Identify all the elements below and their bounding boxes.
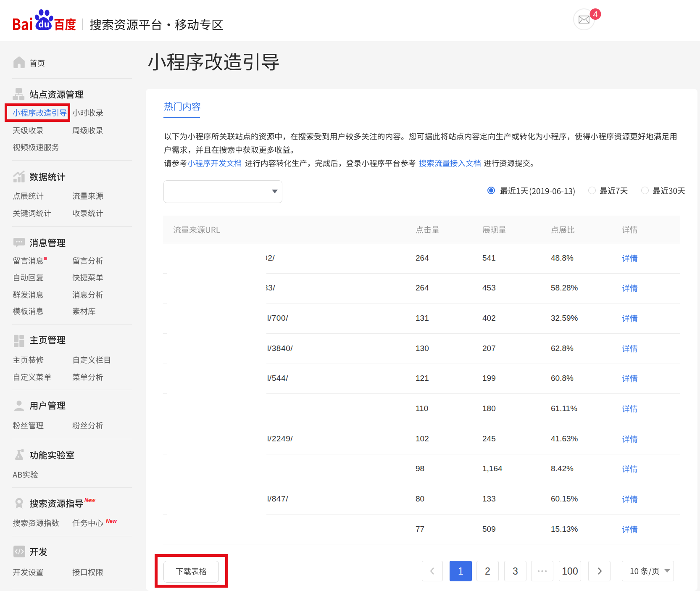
svg-text:4: 4 [593,10,597,19]
